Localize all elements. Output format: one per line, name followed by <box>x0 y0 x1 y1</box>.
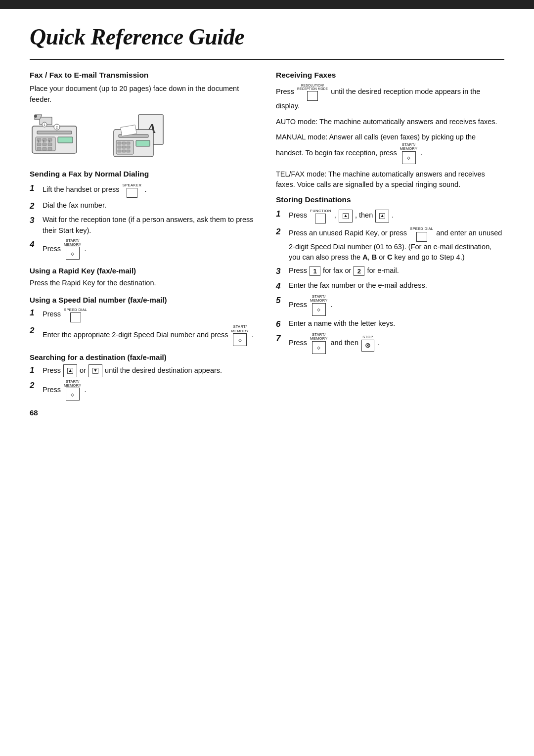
svg-rect-13 <box>58 137 73 143</box>
speaker-key-wrapper: SPEAKER <box>123 182 142 198</box>
section-rapid-key: Using a Rapid Key (fax/e-mail) Press the… <box>30 267 258 289</box>
step-4-storing: 4 Enter the fax number or the e-mail add… <box>276 280 504 293</box>
step-num-1-speed: 1 <box>30 307 41 319</box>
svg-text:2: 2 <box>43 140 44 143</box>
step-7-storing-content: Press START/MEMORY ⬦ and then STOP ⊗ . <box>289 333 504 354</box>
page-number: 68 <box>30 408 258 417</box>
stop-key-wrapper: STOP ⊗ <box>361 335 374 351</box>
nav-store-key2: ▲ <box>375 210 389 222</box>
step-1-normal: 1 Lift the handset or press SPEAKER . <box>30 182 258 198</box>
start-memory-key-5: ⬦ <box>312 303 326 316</box>
start-memory-key-3: ⬦ <box>66 388 80 400</box>
svg-point-0 <box>34 115 37 118</box>
receiving-text-manual: MANUAL mode: Answer all calls (even faxe… <box>276 132 504 164</box>
step-1-search-content: Press ▲ or ▼ until the desired destinati… <box>43 364 258 377</box>
step-4-content: Press START/MEMORY ⬦ . <box>43 239 258 260</box>
svg-rect-29 <box>118 146 121 148</box>
start-memory-label-recv: START/MEMORY <box>400 143 417 151</box>
step-2-normal: 2 Dial the fax number. <box>30 200 258 213</box>
receiving-text-1: Press RESOLUTION/RECEPTION MODE until th… <box>276 84 504 112</box>
start-memory-key-2: ⬦ <box>233 333 247 346</box>
step-num-4-storing: 4 <box>276 280 287 293</box>
svg-rect-33 <box>122 150 126 152</box>
resolution-key <box>307 91 318 101</box>
speed-dial-key-wrapper: SPEED DIAL <box>64 307 87 322</box>
svg-text:3: 3 <box>48 140 50 143</box>
step-2-content: Dial the fax number. <box>43 200 258 211</box>
step-num-5-storing: 5 <box>276 294 287 307</box>
start-memory-label-2: START/MEMORY <box>231 325 249 333</box>
step-1-storing: 1 Press FUNCTION , ▲ , then ▲ <box>276 208 504 223</box>
function-label: FUNCTION <box>310 208 331 214</box>
step-num-6-storing: 6 <box>276 318 287 331</box>
speed-dial-key <box>70 312 81 322</box>
section-storing: Storing Destinations 1 Press FUNCTION , … <box>276 195 504 354</box>
section-storing-heading: Storing Destinations <box>276 195 504 204</box>
page-title: Quick Reference Guide <box>30 24 504 50</box>
step-num-1: 1 <box>30 182 41 195</box>
resolution-label: RESOLUTION/RECEPTION MODE <box>297 84 328 91</box>
fax-illustrations: 1 2 3 2 1 A <box>30 112 258 162</box>
nav-down-inner: ▼ <box>92 368 98 374</box>
section-searching-heading: Searching for a destination (fax/e-mail) <box>30 353 258 361</box>
speed-dial-key-2 <box>416 232 427 242</box>
section-speed-dial-heading: Using a Speed Dial number (fax/e-mail) <box>30 296 258 304</box>
step-2-speed-content: Enter the appropriate 2-digit Speed Dial… <box>43 325 258 346</box>
step-7-storing: 7 Press START/MEMORY ⬦ and then STOP ⊗ . <box>276 333 504 354</box>
start-memory-label-3: START/MEMORY <box>64 380 81 388</box>
step-4-storing-content: Enter the fax number or the e-mail addre… <box>289 280 504 291</box>
step-1-storing-content: Press FUNCTION , ▲ , then ▲ . <box>289 208 504 223</box>
step-6-storing-content: Enter a name with the letter keys. <box>289 318 504 329</box>
section-searching: Searching for a destination (fax/e-mail)… <box>30 353 258 401</box>
nav-store-inner1: ▲ <box>343 213 349 219</box>
svg-rect-2 <box>37 131 72 134</box>
speed-dial-key-wrapper-2: SPEED DIAL <box>410 226 433 241</box>
svg-rect-12 <box>48 147 52 150</box>
step-4-normal: 4 Press START/MEMORY ⬦ . <box>30 239 258 260</box>
step-2-storing: 2 Press an unused Rapid Key, or press SP… <box>276 226 504 263</box>
step-num-2-storing: 2 <box>276 225 287 238</box>
two-column-layout: Fax / Fax to E-mail Transmission Place y… <box>30 71 504 417</box>
step-3-normal: 3 Wait for the reception tone (if a pers… <box>30 215 258 236</box>
start-memory-key-wrapper-2: START/MEMORY ⬦ <box>231 325 249 346</box>
step-num-2-speed: 2 <box>30 324 41 337</box>
svg-rect-28 <box>127 142 130 144</box>
resolution-key-wrapper: RESOLUTION/RECEPTION MODE <box>297 84 328 101</box>
digit-1-key: 1 <box>310 266 320 276</box>
right-column: Receiving Faxes Press RESOLUTION/RECEPTI… <box>276 71 504 417</box>
start-memory-key-wrapper: START/MEMORY ⬦ <box>64 239 81 260</box>
svg-rect-8 <box>43 143 46 146</box>
svg-rect-30 <box>122 146 126 148</box>
section-normal-dialing: Sending a Fax by Normal Dialing 1 Lift t… <box>30 170 258 260</box>
stop-key: ⊗ <box>361 340 374 352</box>
function-key-wrapper: FUNCTION <box>310 208 331 223</box>
step-1-search: 1 Press ▲ or ▼ until the desired destina… <box>30 364 258 377</box>
start-memory-key-wrapper-7: START/MEMORY ⬦ <box>310 333 327 354</box>
nav-down-key: ▼ <box>89 364 102 377</box>
step-5-storing-content: Press START/MEMORY ⬦ . <box>289 295 504 316</box>
step-num-2: 2 <box>30 200 41 213</box>
step-num-1-storing: 1 <box>276 208 287 221</box>
speed-dial-label-2: SPEED DIAL <box>410 226 433 231</box>
svg-rect-27 <box>122 142 126 144</box>
step-6-storing: 6 Enter a name with the letter keys. <box>276 318 504 331</box>
step-num-2-search: 2 <box>30 379 41 392</box>
start-memory-key-recv: ⬦ <box>402 151 416 164</box>
speaker-label: SPEAKER <box>123 182 142 188</box>
start-memory-key: ⬦ <box>66 247 80 260</box>
section-fax-transmission-text: Place your document (up to 20 pages) fac… <box>30 84 258 105</box>
svg-text:2: 2 <box>56 126 58 129</box>
section-speed-dial: Using a Speed Dial number (fax/e-mail) 1… <box>30 296 258 346</box>
step-5-storing: 5 Press START/MEMORY ⬦ . <box>276 295 504 316</box>
speed-dial-label: SPEED DIAL <box>64 307 87 312</box>
section-rapid-key-heading: Using a Rapid Key (fax/e-mail) <box>30 267 258 275</box>
nav-store-key1: ▲ <box>339 210 353 222</box>
step-2-search-content: Press START/MEMORY ⬦ . <box>43 380 258 401</box>
svg-rect-35 <box>136 140 150 146</box>
speaker-key <box>127 188 137 198</box>
step-2-speed: 2 Enter the appropriate 2-digit Speed Di… <box>30 325 258 346</box>
step-2-search: 2 Press START/MEMORY ⬦ . <box>30 380 258 401</box>
function-key <box>315 214 326 223</box>
section-receiving: Receiving Faxes Press RESOLUTION/RECEPTI… <box>276 71 504 190</box>
svg-rect-26 <box>118 142 121 144</box>
